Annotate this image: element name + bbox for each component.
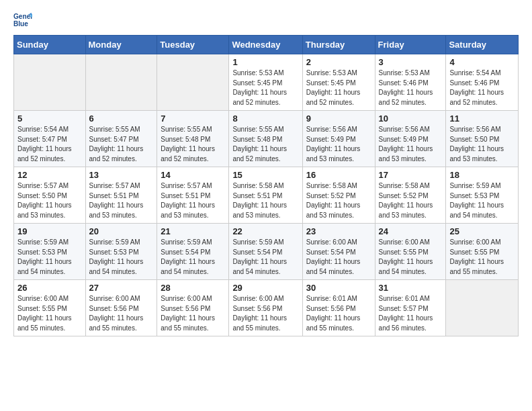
day-cell: 11Sunrise: 5:56 AMSunset: 5:50 PMDayligh… bbox=[446, 111, 519, 167]
day-cell: 4Sunrise: 5:54 AMSunset: 5:46 PMDaylight… bbox=[446, 54, 519, 111]
day-number: 1 bbox=[232, 57, 298, 67]
day-cell bbox=[85, 54, 157, 111]
day-info: Sunrise: 5:59 AMSunset: 5:53 PMDaylight:… bbox=[449, 181, 515, 220]
day-cell: 2Sunrise: 5:53 AMSunset: 5:45 PMDaylight… bbox=[302, 54, 375, 111]
weekday-friday: Friday bbox=[375, 36, 446, 54]
day-info: Sunrise: 5:58 AMSunset: 5:51 PMDaylight:… bbox=[232, 181, 298, 220]
day-number: 21 bbox=[161, 226, 225, 236]
day-cell bbox=[157, 54, 229, 111]
day-info: Sunrise: 5:57 AMSunset: 5:51 PMDaylight:… bbox=[89, 181, 154, 220]
day-cell: 12Sunrise: 5:57 AMSunset: 5:50 PMDayligh… bbox=[14, 167, 86, 224]
day-number: 11 bbox=[449, 113, 515, 124]
day-info: Sunrise: 5:57 AMSunset: 5:51 PMDaylight:… bbox=[161, 181, 225, 220]
week-row-4: 19Sunrise: 5:59 AMSunset: 5:53 PMDayligh… bbox=[14, 224, 519, 280]
day-info: Sunrise: 5:55 AMSunset: 5:47 PMDaylight:… bbox=[89, 125, 154, 164]
day-number: 14 bbox=[161, 170, 225, 180]
day-cell: 7Sunrise: 5:55 AMSunset: 5:48 PMDaylight… bbox=[157, 111, 229, 167]
day-number: 16 bbox=[306, 170, 371, 180]
day-info: Sunrise: 6:00 AMSunset: 5:56 PMDaylight:… bbox=[89, 294, 154, 333]
day-cell bbox=[446, 280, 519, 336]
day-info: Sunrise: 5:53 AMSunset: 5:45 PMDaylight:… bbox=[232, 68, 298, 107]
day-cell: 6Sunrise: 5:55 AMSunset: 5:47 PMDaylight… bbox=[85, 111, 157, 167]
day-cell: 24Sunrise: 6:00 AMSunset: 5:55 PMDayligh… bbox=[375, 224, 446, 280]
logo: General Blue bbox=[13, 11, 36, 30]
day-info: Sunrise: 6:00 AMSunset: 5:56 PMDaylight:… bbox=[161, 294, 225, 333]
day-info: Sunrise: 5:54 AMSunset: 5:46 PMDaylight:… bbox=[449, 68, 515, 107]
day-cell: 23Sunrise: 6:00 AMSunset: 5:54 PMDayligh… bbox=[302, 224, 375, 280]
day-number: 8 bbox=[232, 113, 298, 124]
day-info: Sunrise: 5:53 AMSunset: 5:46 PMDaylight:… bbox=[379, 68, 443, 107]
day-info: Sunrise: 5:59 AMSunset: 5:54 PMDaylight:… bbox=[161, 238, 225, 277]
day-info: Sunrise: 6:00 AMSunset: 5:55 PMDaylight:… bbox=[449, 238, 515, 277]
day-number: 15 bbox=[232, 170, 298, 180]
weekday-tuesday: Tuesday bbox=[157, 36, 229, 54]
day-number: 12 bbox=[17, 170, 82, 180]
weekday-monday: Monday bbox=[85, 36, 157, 54]
day-cell: 18Sunrise: 5:59 AMSunset: 5:53 PMDayligh… bbox=[446, 167, 519, 224]
day-cell: 27Sunrise: 6:00 AMSunset: 5:56 PMDayligh… bbox=[85, 280, 157, 336]
day-number: 18 bbox=[449, 170, 515, 180]
day-cell: 3Sunrise: 5:53 AMSunset: 5:46 PMDaylight… bbox=[375, 54, 446, 111]
day-info: Sunrise: 6:01 AMSunset: 5:56 PMDaylight:… bbox=[306, 294, 371, 333]
day-cell: 13Sunrise: 5:57 AMSunset: 5:51 PMDayligh… bbox=[85, 167, 157, 224]
day-cell: 22Sunrise: 5:59 AMSunset: 5:54 PMDayligh… bbox=[229, 224, 302, 280]
day-info: Sunrise: 5:56 AMSunset: 5:50 PMDaylight:… bbox=[449, 125, 515, 164]
day-info: Sunrise: 5:55 AMSunset: 5:48 PMDaylight:… bbox=[161, 125, 225, 164]
day-info: Sunrise: 5:56 AMSunset: 5:49 PMDaylight:… bbox=[379, 125, 443, 164]
day-number: 20 bbox=[89, 226, 154, 236]
weekday-sunday: Sunday bbox=[14, 36, 86, 54]
day-cell: 9Sunrise: 5:56 AMSunset: 5:49 PMDaylight… bbox=[302, 111, 375, 167]
day-info: Sunrise: 5:58 AMSunset: 5:52 PMDaylight:… bbox=[379, 181, 443, 220]
day-info: Sunrise: 5:55 AMSunset: 5:48 PMDaylight:… bbox=[232, 125, 298, 164]
day-number: 22 bbox=[232, 226, 298, 236]
page: General Blue SundayMondayTuesdayWednesda… bbox=[0, 0, 532, 343]
day-cell: 20Sunrise: 5:59 AMSunset: 5:53 PMDayligh… bbox=[85, 224, 157, 280]
day-number: 17 bbox=[379, 170, 443, 180]
day-cell: 30Sunrise: 6:01 AMSunset: 5:56 PMDayligh… bbox=[302, 280, 375, 336]
day-cell: 16Sunrise: 5:58 AMSunset: 5:52 PMDayligh… bbox=[302, 167, 375, 224]
day-number: 9 bbox=[306, 113, 371, 124]
day-number: 5 bbox=[17, 113, 82, 124]
day-cell: 29Sunrise: 6:00 AMSunset: 5:56 PMDayligh… bbox=[229, 280, 302, 336]
day-number: 10 bbox=[379, 113, 443, 124]
day-cell: 19Sunrise: 5:59 AMSunset: 5:53 PMDayligh… bbox=[14, 224, 86, 280]
svg-text:Blue: Blue bbox=[13, 20, 28, 28]
day-cell: 10Sunrise: 5:56 AMSunset: 5:49 PMDayligh… bbox=[375, 111, 446, 167]
day-number: 19 bbox=[17, 226, 82, 236]
day-info: Sunrise: 6:00 AMSunset: 5:56 PMDaylight:… bbox=[232, 294, 298, 333]
day-number: 26 bbox=[17, 283, 82, 293]
day-cell bbox=[14, 54, 86, 111]
day-info: Sunrise: 6:01 AMSunset: 5:57 PMDaylight:… bbox=[379, 294, 443, 333]
day-info: Sunrise: 5:53 AMSunset: 5:45 PMDaylight:… bbox=[306, 68, 371, 107]
day-info: Sunrise: 5:56 AMSunset: 5:49 PMDaylight:… bbox=[306, 125, 371, 164]
day-cell: 21Sunrise: 5:59 AMSunset: 5:54 PMDayligh… bbox=[157, 224, 229, 280]
day-number: 3 bbox=[379, 57, 443, 67]
day-number: 4 bbox=[449, 57, 515, 67]
day-number: 27 bbox=[89, 283, 154, 293]
day-cell: 31Sunrise: 6:01 AMSunset: 5:57 PMDayligh… bbox=[375, 280, 446, 336]
day-info: Sunrise: 5:54 AMSunset: 5:47 PMDaylight:… bbox=[17, 125, 82, 164]
day-cell: 26Sunrise: 6:00 AMSunset: 5:55 PMDayligh… bbox=[14, 280, 86, 336]
day-number: 13 bbox=[89, 170, 154, 180]
calendar-table: SundayMondayTuesdayWednesdayThursdayFrid… bbox=[13, 35, 519, 336]
week-row-3: 12Sunrise: 5:57 AMSunset: 5:50 PMDayligh… bbox=[14, 167, 519, 224]
day-cell: 1Sunrise: 5:53 AMSunset: 5:45 PMDaylight… bbox=[229, 54, 302, 111]
day-number: 30 bbox=[306, 283, 371, 293]
day-info: Sunrise: 6:00 AMSunset: 5:55 PMDaylight:… bbox=[17, 294, 82, 333]
day-info: Sunrise: 5:57 AMSunset: 5:50 PMDaylight:… bbox=[17, 181, 82, 220]
day-info: Sunrise: 6:00 AMSunset: 5:54 PMDaylight:… bbox=[306, 238, 371, 277]
day-number: 6 bbox=[89, 113, 154, 124]
day-info: Sunrise: 5:58 AMSunset: 5:52 PMDaylight:… bbox=[306, 181, 371, 220]
day-info: Sunrise: 5:59 AMSunset: 5:53 PMDaylight:… bbox=[17, 238, 82, 277]
day-number: 24 bbox=[379, 226, 443, 236]
header: General Blue bbox=[13, 11, 519, 30]
day-info: Sunrise: 6:00 AMSunset: 5:55 PMDaylight:… bbox=[379, 238, 443, 277]
day-number: 31 bbox=[379, 283, 443, 293]
day-cell: 25Sunrise: 6:00 AMSunset: 5:55 PMDayligh… bbox=[446, 224, 519, 280]
weekday-wednesday: Wednesday bbox=[229, 36, 302, 54]
day-cell: 5Sunrise: 5:54 AMSunset: 5:47 PMDaylight… bbox=[14, 111, 86, 167]
day-cell: 28Sunrise: 6:00 AMSunset: 5:56 PMDayligh… bbox=[157, 280, 229, 336]
day-number: 28 bbox=[161, 283, 225, 293]
week-row-1: 1Sunrise: 5:53 AMSunset: 5:45 PMDaylight… bbox=[14, 54, 519, 111]
day-cell: 14Sunrise: 5:57 AMSunset: 5:51 PMDayligh… bbox=[157, 167, 229, 224]
